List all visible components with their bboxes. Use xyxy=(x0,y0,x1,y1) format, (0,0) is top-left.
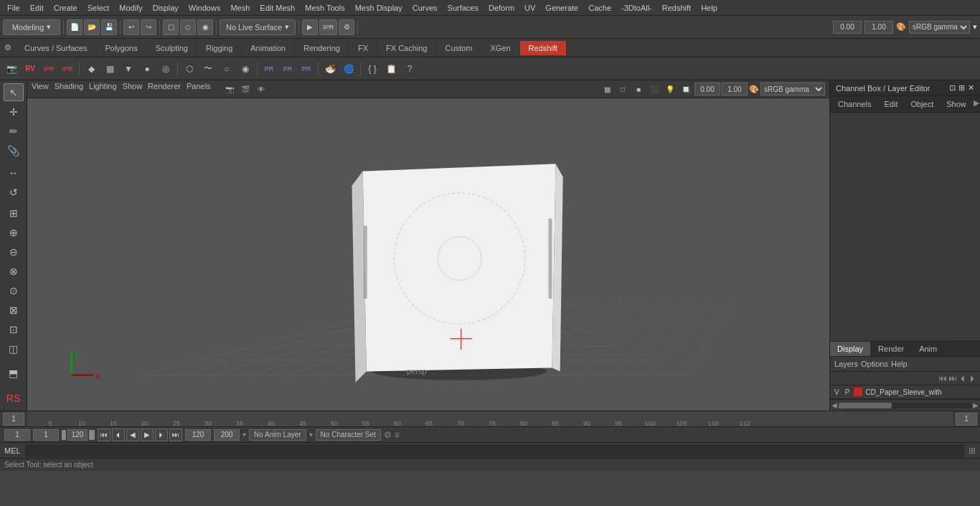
pr-icon1[interactable]: PR xyxy=(260,60,278,78)
grid-icon[interactable]: ▦ xyxy=(101,60,118,78)
layer-icon2[interactable]: ⏭ xyxy=(948,373,957,383)
crease-btn[interactable]: ◫ xyxy=(4,339,24,357)
cb-tab-channels[interactable]: Channels xyxy=(832,98,877,110)
menu-3dtoall[interactable]: -3DtoAll- xyxy=(617,2,656,14)
save-file-btn[interactable]: 💾 xyxy=(101,19,117,35)
menu-windows[interactable]: Windows xyxy=(184,2,225,14)
no-character-set-indicator[interactable]: No Character Set xyxy=(316,429,381,441)
tab-redshift[interactable]: Redshift xyxy=(520,41,567,55)
menu-select[interactable]: Select xyxy=(83,2,114,14)
lasso-btn[interactable]: ◇ xyxy=(180,19,196,35)
layer-menu-options[interactable]: Options xyxy=(861,360,888,368)
vp-menu-shading[interactable]: Shading xyxy=(55,82,83,96)
vp-menu-show[interactable]: Show xyxy=(123,82,143,96)
current-frame-input[interactable] xyxy=(3,413,24,426)
rotate-btn[interactable]: ↺ xyxy=(4,183,24,201)
tab-rigging[interactable]: Rigging xyxy=(197,41,242,55)
mel-end-icon[interactable]: ⊞ xyxy=(969,446,976,456)
doc-icon[interactable]: 📋 xyxy=(382,60,400,78)
scroll-left-icon[interactable]: ◀ xyxy=(831,401,837,409)
open-file-btn[interactable]: 📂 xyxy=(84,19,100,35)
menu-cache[interactable]: Cache xyxy=(584,2,616,14)
fan-icon[interactable]: 🌀 xyxy=(340,60,357,78)
blob-icon[interactable]: ◉ xyxy=(237,60,254,78)
gamma-offset-input[interactable] xyxy=(833,21,862,34)
no-anim-layer-indicator[interactable]: No Anim Layer xyxy=(249,429,306,441)
menu-mesh-display[interactable]: Mesh Display xyxy=(351,2,407,14)
menu-create[interactable]: Create xyxy=(50,2,82,14)
disc-icon[interactable]: ◎ xyxy=(157,60,174,78)
vp-menu-renderer[interactable]: Renderer xyxy=(148,82,181,96)
vp-eye-btn[interactable]: 👁 xyxy=(254,82,268,96)
cb-tab-show[interactable]: Show xyxy=(941,98,972,110)
tab-rendering[interactable]: Rendering xyxy=(295,41,349,55)
redshift-btn[interactable]: RS xyxy=(4,390,24,408)
menu-edit[interactable]: Edit xyxy=(26,2,48,14)
render-view-btn[interactable]: ▶ xyxy=(302,19,318,35)
rs-ipr-btn[interactable]: IPR xyxy=(40,60,57,78)
mel-input[interactable] xyxy=(25,444,964,457)
smooth-btn[interactable]: ⬒ xyxy=(4,365,24,383)
layer-menu-layers[interactable]: Layers xyxy=(834,360,858,368)
cube-icon[interactable]: ⬡ xyxy=(181,60,198,78)
bevel-btn[interactable]: ⊡ xyxy=(4,320,24,338)
menu-curves[interactable]: Curves xyxy=(408,2,442,14)
tab-fx[interactable]: FX xyxy=(349,41,377,55)
menu-deform[interactable]: Deform xyxy=(484,2,519,14)
scroll-track[interactable] xyxy=(839,403,971,408)
disp-tab-anim[interactable]: Anim xyxy=(912,342,945,356)
timeline-track[interactable]: 5 10 15 20 25 30 35 40 45 50 55 60 65 70… xyxy=(27,411,953,427)
vp-menu-lighting[interactable]: Lighting xyxy=(89,82,117,96)
menu-file[interactable]: File xyxy=(3,2,24,14)
character-extra-icon[interactable]: ≡ xyxy=(395,430,400,440)
proxy-icon[interactable]: ◆ xyxy=(83,60,100,78)
viewport-canvas[interactable]: Y X persp xyxy=(27,98,829,397)
disp-tab-display[interactable]: Display xyxy=(830,342,871,356)
transform-btn[interactable]: ⊞ xyxy=(4,204,24,222)
tab-fx-caching[interactable]: FX Caching xyxy=(377,41,436,55)
split-btn[interactable]: ↔ xyxy=(4,164,24,182)
layer-icon1[interactable]: ⏮ xyxy=(938,373,947,383)
paint-btn[interactable]: ◉ xyxy=(197,19,213,35)
no-live-surface-indicator[interactable]: No Live Surface ▾ xyxy=(220,19,296,35)
extrude-btn[interactable]: ⊗ xyxy=(4,262,24,280)
vp-grid-btn[interactable]: ▦ xyxy=(600,82,614,96)
menu-redshift[interactable]: Redshift xyxy=(658,2,695,14)
mirror-btn[interactable]: ⊖ xyxy=(4,243,24,261)
layer-icon3[interactable]: ⏴ xyxy=(958,373,967,383)
frame-range-input[interactable] xyxy=(67,429,88,441)
go-to-start-btn[interactable]: ⏮ xyxy=(98,428,110,441)
layer-item[interactable]: V P CD_Paper_Sleeve_with xyxy=(830,385,980,399)
cb-tab-edit[interactable]: Edit xyxy=(878,98,903,110)
channel-box-expand-icon[interactable]: ⊡ xyxy=(949,83,956,93)
vp-shadow-btn[interactable]: 🔲 xyxy=(679,82,693,96)
move-tool-btn[interactable]: ✛ xyxy=(4,103,24,121)
rs-icon3[interactable]: IPR xyxy=(59,60,76,78)
tab-animation[interactable]: Animation xyxy=(242,41,295,55)
select-btn[interactable]: ▢ xyxy=(163,19,179,35)
vp-wire-btn[interactable]: □ xyxy=(616,82,630,96)
select-tool-btn[interactable]: ↖ xyxy=(4,83,24,101)
pr-icon3[interactable]: PR xyxy=(298,60,315,78)
tab-gear-icon[interactable]: ⚙ xyxy=(0,40,16,55)
vp-light-btn[interactable]: 💡 xyxy=(663,82,677,96)
step-back-btn[interactable]: ⏴ xyxy=(112,428,125,441)
go-to-end-btn[interactable]: ⏭ xyxy=(169,428,182,441)
menu-surfaces[interactable]: Surfaces xyxy=(443,2,483,14)
wave-icon[interactable]: 〜 xyxy=(199,60,217,78)
scroll-right-icon[interactable]: ▶ xyxy=(973,401,979,409)
vp-menu-view[interactable]: View xyxy=(32,82,49,96)
poke-btn[interactable]: ⊙ xyxy=(4,281,24,299)
menu-generate[interactable]: Generate xyxy=(541,2,583,14)
quad-btn[interactable]: ⊠ xyxy=(4,301,24,319)
channel-box-close-icon[interactable]: ✕ xyxy=(968,83,974,93)
vp-gamma-select[interactable]: sRGB gamma xyxy=(760,83,825,95)
vp-gamma1[interactable] xyxy=(694,83,720,95)
frame-current-input[interactable] xyxy=(33,429,59,441)
tab-polygons[interactable]: Polygons xyxy=(96,41,146,55)
pr-icon2[interactable]: PR xyxy=(279,60,296,78)
snap-btn[interactable]: ⊕ xyxy=(4,223,24,241)
channel-right-arrow[interactable]: ▶ xyxy=(974,98,979,110)
ipr-btn[interactable]: IPR xyxy=(319,19,337,35)
new-file-btn[interactable]: 📄 xyxy=(67,19,83,35)
